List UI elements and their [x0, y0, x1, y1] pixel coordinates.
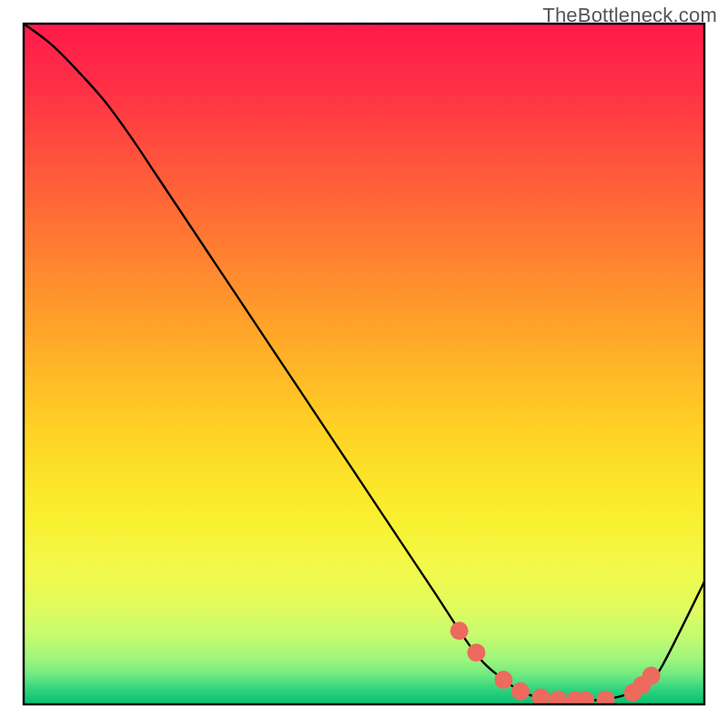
chart-container: TheBottleneck.com	[0, 0, 728, 728]
marker-dot	[450, 622, 469, 640]
marker-dot	[576, 692, 594, 710]
marker-dot	[511, 682, 530, 701]
gradient-background	[24, 24, 704, 704]
marker-dot	[467, 643, 485, 662]
marker-dot	[494, 671, 512, 689]
marker-dot	[597, 691, 615, 709]
marker-dot	[549, 691, 567, 709]
bottleneck-chart	[0, 0, 728, 728]
marker-dot	[642, 667, 661, 685]
